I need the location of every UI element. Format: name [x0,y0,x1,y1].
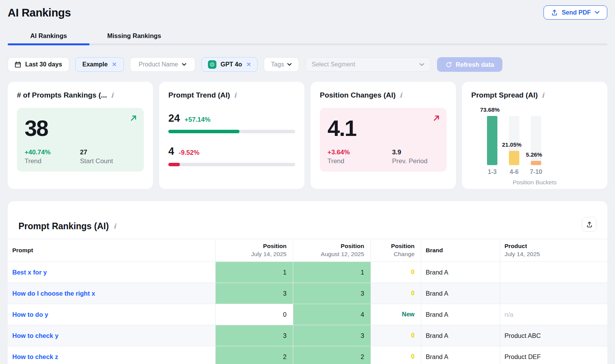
position-aug12-cell: 3 [293,283,371,304]
trend-value: +3.64% [327,149,384,156]
position-change-cell: 0 [371,262,421,283]
segment-select[interactable]: Select Segment [305,57,431,72]
prompts-rankings-panel: 38 +40.74% Trend 27 Start Count [17,108,144,172]
position-aug12-cell: 1 [293,262,371,283]
trend-row: 24+57.14% [168,113,295,124]
position-jul14-cell: 1 [215,262,293,283]
start-count-value: 27 [80,149,113,156]
card-title: Position Changes (AI) i [320,91,447,99]
prompt-link[interactable]: How to check y [12,332,58,339]
chevron-down-icon [419,63,424,66]
prompt-cell: Best x for y [8,262,215,283]
position-changes-panel: 4.1 +3.64% Trend 3.9 Prev. Period [320,108,447,172]
table-row: How to check z220Brand AProduct DEF [8,346,607,364]
tab-missing-rankings[interactable]: Missing Rankings [90,28,179,43]
info-icon[interactable]: i [113,222,116,230]
filter-chip-example[interactable]: Example ✕ [75,57,124,72]
brand-cell: Brand A [421,325,500,346]
filter-chip-gpt4o[interactable]: GPT 4o ✕ [201,57,258,72]
card-title: # of Prompts Rankings (... i [17,91,144,99]
product-name-label: Product Name [139,61,178,68]
trend-row: 4-9.52% [168,146,295,157]
spread-bar-value-label: 5.26% [526,151,542,158]
start-count-label: Start Count [80,157,113,165]
column-header-position: PositionAugust 12, 2025 [293,239,371,262]
column-header-brand: Brand [421,239,500,262]
column-header-position: PositionChange [371,239,421,262]
position-jul14-cell: 3 [215,325,293,346]
start-count-stat: 27 Start Count [80,149,113,165]
position-aug12-cell: 3 [293,325,371,346]
arrow-up-right-icon [432,114,440,124]
tab-ai-rankings[interactable]: AI Rankings [8,28,90,43]
trend-percent: +57.14% [184,116,211,124]
prompt-cell: How to check z [8,346,215,364]
chevron-down-icon [595,11,600,14]
spread-bar-fill [509,151,519,165]
trend-progress-bar [168,163,295,166]
table-row: How to do y04NewBrand An/a [8,304,607,325]
page-title: AI Rankings [8,7,71,19]
prev-period-stat: 3.9 Prev. Period [392,149,427,165]
calendar-icon [15,61,21,68]
chevron-down-icon [182,63,186,66]
spread-bar-category-label: 7-10 [530,169,542,175]
spread-bar-value-label: 73.68% [480,106,500,113]
card-title-text: Prompt Spread (AI) [471,91,538,99]
stat-cards-row: # of Prompts Rankings (... i 38 +40.74% … [8,82,607,189]
date-range-label: Last 30 days [25,61,62,68]
prev-period-label: Prev. Period [392,157,427,165]
trend-percent: -9.52% [179,149,199,157]
card-title: Prompt Trend (AI) i [168,91,295,99]
prompt-spread-chart: 73.68%1-321.05%4-65.26%7-10 Position Buc… [471,99,598,178]
info-icon[interactable]: i [542,91,544,99]
prev-period-value: 3.9 [392,149,427,156]
card-title-text: # of Prompts Rankings (... [17,91,107,99]
export-button[interactable] [582,217,597,232]
column-header-prompt: Prompt [8,239,215,262]
prompt-cell: How to do y [8,304,215,325]
top-bar: AI Rankings Send PDF [8,5,607,20]
brand-cell: Brand A [421,262,500,283]
gpt4o-chip-label: GPT 4o [221,61,242,68]
filter-bar: Last 30 days Example ✕ Product Name GPT … [8,57,607,72]
close-icon[interactable]: ✕ [246,61,251,68]
trend-progress-bar [168,130,295,133]
trend-stat: +3.64% Trend [327,149,384,165]
prompt-cell: How do I choose the right x [8,283,215,304]
refresh-data-label: Refresh data [456,61,494,68]
trend-count: 4 [168,146,174,157]
prompt-link[interactable]: How to check z [12,353,58,360]
position-jul14-cell: 0 [215,304,293,325]
trend-progress-fill [168,130,239,133]
info-icon[interactable]: i [111,91,113,99]
prompt-link[interactable]: How do I choose the right x [12,290,95,297]
prompt-link[interactable]: Best x for y [12,269,47,276]
column-header-product: ProductJuly 14, 2025 [500,239,607,262]
info-icon[interactable]: i [399,91,402,99]
brand-cell: Brand A [421,346,500,364]
tags-dropdown[interactable]: Tags [264,57,299,72]
send-pdf-button[interactable]: Send PDF [544,5,607,20]
trend-count: 24 [168,113,180,124]
position-change-cell: 0 [371,283,421,304]
arrow-up-right-icon [130,114,138,124]
refresh-data-button[interactable]: Refresh data [437,57,502,72]
trend-stat: +40.74% Trend [25,149,72,165]
product-cell: Product DEF [500,346,607,364]
product-cell: Product ABC [500,325,607,346]
info-icon[interactable]: i [234,91,236,99]
send-pdf-label: Send PDF [562,9,591,16]
openai-logo-icon [208,60,216,69]
card-title: Prompt Spread (AI) i [471,91,598,99]
close-icon[interactable]: ✕ [112,61,117,68]
spread-bar-category-label: 4-6 [510,169,519,175]
date-range-button[interactable]: Last 30 days [8,57,69,72]
card-title-text: Position Changes (AI) [320,91,396,99]
segment-placeholder: Select Segment [312,61,355,68]
table-header-row: PromptPositionJuly 14, 2025PositionAugus… [8,239,607,262]
position-change-cell: 0 [371,325,421,346]
prompt-link[interactable]: How to do y [12,311,48,318]
card-title-text: Prompt Trend (AI) [168,91,230,99]
product-name-dropdown[interactable]: Product Name [130,57,195,72]
